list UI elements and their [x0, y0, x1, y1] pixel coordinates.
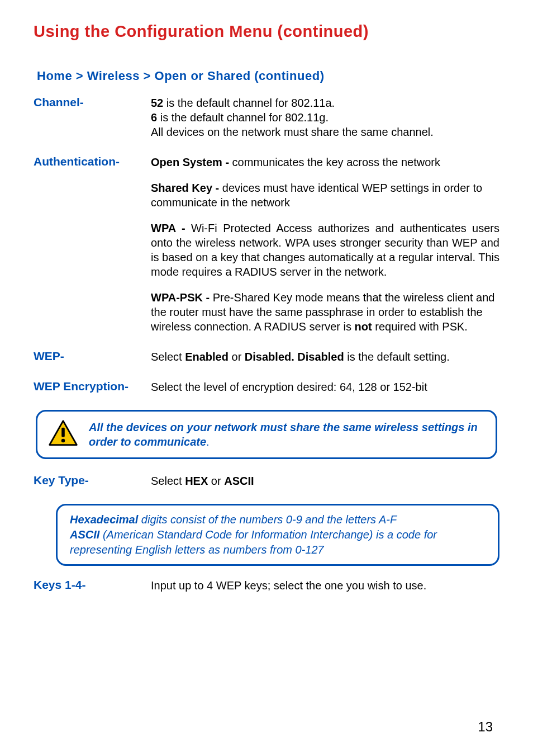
channel-all-text: All devices on the network must share th…: [151, 125, 499, 139]
channel-content: 52 is the default channel for 802.11a. 6…: [151, 96, 499, 139]
wpa-psk-not: not: [355, 320, 372, 333]
svg-rect-0: [61, 428, 65, 437]
wep-label: WEP-: [34, 349, 151, 364]
wep-enc-row: WEP Encryption- Select the level of encr…: [34, 380, 499, 394]
open-system-text: communicates the key across the network: [229, 156, 440, 168]
note1-main: All the devices on your network must sha…: [89, 421, 478, 448]
key-type-row: Key Type- Select HEX or ASCII: [34, 474, 499, 488]
warning-note-box: All the devices on your network must sha…: [36, 410, 497, 459]
hex-ascii-note-box: Hexadecimal digits consist of the number…: [56, 504, 499, 566]
wep-disabled-2: Disabled: [294, 351, 344, 363]
wep-enabled: Enabled: [185, 351, 229, 363]
page-title: Using the Configuration Menu (continued): [34, 22, 499, 41]
wpa-bold: WPA -: [151, 222, 185, 234]
channel-row: Channel- 52 is the default channel for 8…: [34, 96, 499, 139]
channel-52-bold: 52: [151, 97, 163, 109]
channel-label: Channel-: [34, 96, 151, 139]
warning-note-text: All the devices on your network must sha…: [89, 420, 486, 449]
ascii-bold: ASCII: [70, 528, 99, 541]
wep-or: or: [229, 351, 245, 363]
wpa-psk-text-2: required with PSK.: [372, 320, 468, 333]
keytype-hex: HEX: [185, 475, 208, 487]
ascii-text: (American Standard Code for Information …: [70, 528, 437, 556]
hex-text: digits consist of the numbers 0-9 and th…: [138, 513, 397, 526]
wep-enc-content: Select the level of encryption desired: …: [151, 380, 499, 394]
shared-key-bold: Shared Key -: [151, 182, 219, 194]
wep-pre: Select: [151, 351, 185, 363]
note1-period: .: [206, 436, 210, 448]
warning-icon: [47, 419, 79, 450]
key-type-label: Key Type-: [34, 474, 151, 488]
wep-post: is the default setting.: [344, 351, 450, 363]
keys-1-4-row: Keys 1-4- Input up to 4 WEP keys; select…: [34, 578, 499, 593]
open-system-bold: Open System -: [151, 156, 229, 168]
wep-enc-label: WEP Encryption-: [34, 380, 151, 394]
channel-6-bold: 6: [151, 111, 157, 124]
auth-row: Authentication- Open System - communicat…: [34, 155, 499, 334]
wep-content: Select Enabled or Disabled. Disabled is …: [151, 349, 499, 364]
keytype-ascii: ASCII: [224, 475, 254, 487]
keys-1-4-label: Keys 1-4-: [34, 578, 151, 593]
svg-point-1: [61, 439, 65, 443]
wep-disabled-1: Disabled.: [245, 351, 294, 363]
key-type-content: Select HEX or ASCII: [151, 474, 499, 488]
keytype-pre: Select: [151, 475, 185, 487]
auth-content: Open System - communicates the key acros…: [151, 155, 499, 334]
page-number: 13: [478, 719, 493, 735]
auth-label: Authentication-: [34, 155, 151, 334]
wpa-text: Wi-Fi Protected Access authorizes and au…: [151, 222, 499, 278]
keytype-or: or: [208, 475, 224, 487]
channel-g-text: is the default channel for 802.11g.: [157, 111, 329, 124]
hex-bold: Hexadecimal: [70, 513, 138, 526]
channel-a-text: is the default channel for 802.11a.: [163, 97, 335, 109]
wpa-psk-bold: WPA-PSK -: [151, 291, 210, 304]
keys-1-4-content: Input up to 4 WEP keys; select the one y…: [151, 578, 499, 593]
wep-row: WEP- Select Enabled or Disabled. Disable…: [34, 349, 499, 364]
breadcrumb: Home > Wireless > Open or Shared (contin…: [34, 69, 499, 83]
